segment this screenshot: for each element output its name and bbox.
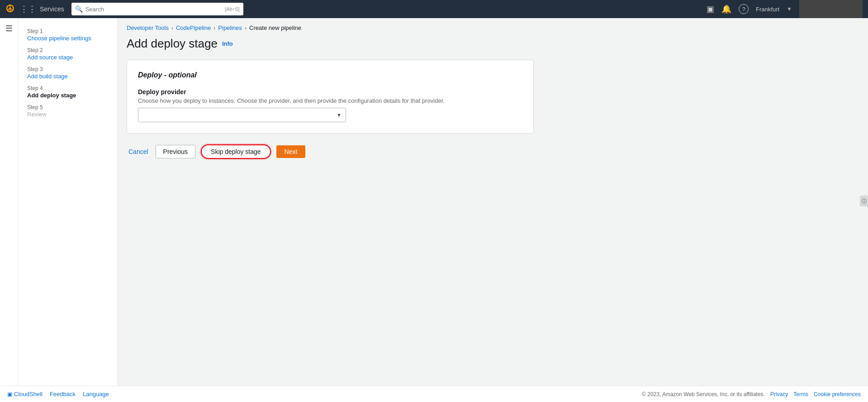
- section-title-italic: optional: [169, 71, 197, 79]
- step-2: Step 2 Add source stage: [18, 44, 117, 63]
- step-4: Step 4 Add deploy stage: [18, 82, 117, 101]
- deploy-provider-description: Choose how you deploy to instances. Choo…: [138, 97, 522, 104]
- step-2-link[interactable]: Add source stage: [27, 54, 73, 61]
- skip-deploy-stage-button[interactable]: Skip deploy stage: [201, 144, 271, 159]
- search-input[interactable]: [85, 6, 203, 13]
- language-link[interactable]: Language: [83, 391, 109, 397]
- section-title-prefix: Deploy -: [138, 71, 169, 79]
- search-icon: 🔍: [75, 5, 83, 13]
- breadcrumb-developer-tools[interactable]: Developer Tools: [127, 24, 169, 31]
- breadcrumb-sep-3: ›: [245, 25, 247, 31]
- copyright-text: © 2023, Amazon Web Services, Inc. or its…: [642, 391, 765, 397]
- bottom-right: © 2023, Amazon Web Services, Inc. or its…: [642, 391, 861, 397]
- bell-icon[interactable]: 🔔: [721, 4, 731, 14]
- step-4-current: Add deploy stage: [27, 92, 76, 99]
- hamburger-icon[interactable]: ☰: [5, 24, 13, 34]
- cloudshell-icon[interactable]: ▣: [707, 4, 714, 14]
- cloudshell-label: CloudShell: [14, 391, 43, 397]
- form-card: Deploy - optional Deploy provider Choose…: [127, 60, 534, 134]
- feedback-link[interactable]: Feedback: [50, 391, 76, 397]
- info-link[interactable]: Info: [222, 40, 233, 47]
- next-button[interactable]: Next: [276, 145, 306, 158]
- search-shortcut: [Alt+S]: [225, 6, 240, 12]
- search-bar[interactable]: 🔍 [Alt+S]: [71, 3, 243, 15]
- breadcrumb-codepipeline[interactable]: CodePipeline: [176, 24, 211, 31]
- breadcrumb-sep-2: ›: [213, 25, 215, 31]
- aws-logo: ☮: [5, 3, 14, 15]
- step-3-link[interactable]: Add build stage: [27, 73, 68, 80]
- bottom-bar: ▣ CloudShell Feedback Language © 2023, A…: [0, 386, 868, 402]
- cookie-preferences-link[interactable]: Cookie preferences: [814, 391, 861, 397]
- cancel-button[interactable]: Cancel: [127, 148, 150, 155]
- breadcrumb-sep-1: ›: [171, 25, 173, 31]
- step-3-number: Step 3: [27, 66, 108, 72]
- step-5-disabled: Review: [27, 111, 47, 118]
- top-navigation: ☮ ⋮⋮ Services 🔍 [Alt+S] ▣ 🔔 ? Frankfurt …: [0, 0, 868, 18]
- step-1-number: Step 1: [27, 28, 108, 34]
- page-header: Add deploy stage Info: [118, 35, 868, 60]
- bottom-left: ▣ CloudShell Feedback Language: [7, 391, 109, 397]
- step-1: Step 1 Choose pipeline settings: [18, 25, 117, 44]
- deploy-provider-select-wrapper: ▼: [138, 108, 346, 122]
- grid-icon[interactable]: ⋮⋮: [20, 4, 36, 14]
- step-4-number: Step 4: [27, 85, 108, 91]
- step-3: Step 3 Add build stage: [18, 63, 117, 82]
- breadcrumb-pipelines[interactable]: Pipelines: [218, 24, 242, 31]
- services-label[interactable]: Services: [40, 5, 64, 13]
- breadcrumb-current: Create new pipeline: [249, 24, 301, 31]
- button-row: Cancel Previous Skip deploy stage Next: [118, 134, 868, 170]
- region-dropdown-icon[interactable]: ▼: [787, 6, 792, 12]
- breadcrumb: Developer Tools › CodePipeline › Pipelin…: [118, 18, 868, 35]
- page-title: Add deploy stage: [127, 37, 218, 51]
- sidebar-toggle[interactable]: ☰: [0, 18, 18, 386]
- main-content: Developer Tools › CodePipeline › Pipelin…: [118, 18, 868, 386]
- privacy-link[interactable]: Privacy: [770, 391, 788, 397]
- previous-button[interactable]: Previous: [156, 145, 195, 158]
- steps-sidebar: Step 1 Choose pipeline settings Step 2 A…: [18, 18, 118, 386]
- step-2-number: Step 2: [27, 47, 108, 53]
- region-label[interactable]: Frankfurt: [756, 6, 779, 13]
- terms-link[interactable]: Terms: [793, 391, 808, 397]
- deploy-provider-select[interactable]: [138, 108, 346, 122]
- step-5-number: Step 5: [27, 104, 108, 110]
- step-5: Step 5 Review: [18, 101, 117, 120]
- section-title: Deploy - optional: [138, 71, 522, 79]
- nav-right: ▣ 🔔 ? Frankfurt ▼: [707, 0, 863, 18]
- cloudshell-icon-small: ▣: [7, 391, 12, 397]
- deploy-provider-label: Deploy provider: [138, 88, 522, 96]
- account-menu[interactable]: [799, 0, 863, 18]
- step-1-link[interactable]: Choose pipeline settings: [27, 35, 91, 42]
- cloudshell-link[interactable]: ▣ CloudShell: [7, 391, 43, 397]
- main-layout: ☰ Step 1 Choose pipeline settings Step 2…: [0, 18, 868, 386]
- side-info-icon[interactable]: ⓘ: [860, 196, 868, 206]
- help-icon[interactable]: ?: [739, 4, 749, 14]
